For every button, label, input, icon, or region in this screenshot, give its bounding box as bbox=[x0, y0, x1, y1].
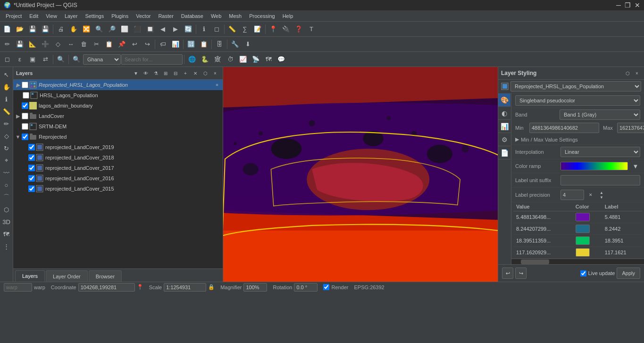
layer-visibility-checkbox[interactable] bbox=[22, 82, 28, 88]
color-swatch[interactable] bbox=[576, 236, 590, 245]
layer-item[interactable]: ▶ LandCover bbox=[13, 111, 223, 121]
zoom-back-button[interactable]: ◀ bbox=[157, 23, 169, 35]
layer-options-button[interactable]: ≡ bbox=[213, 81, 221, 89]
layer-item[interactable]: reprojected_LandCover_2019 bbox=[13, 142, 223, 152]
menu-raster[interactable]: Raster bbox=[154, 12, 177, 20]
layer-item[interactable]: reprojected_LandCover_2016 bbox=[13, 173, 223, 184]
advanced-tool-icon[interactable]: ⬡ bbox=[1, 204, 12, 215]
precision-down-button[interactable]: ▼ bbox=[598, 195, 605, 200]
digitize-button[interactable]: 📐 bbox=[26, 38, 39, 50]
layer-expand-icon[interactable]: ▼ bbox=[15, 134, 21, 140]
vertex-tool-button[interactable]: ◇ bbox=[52, 38, 64, 50]
gpx-button[interactable]: 📡 bbox=[250, 53, 262, 66]
edit-toggle-button[interactable]: ✏ bbox=[1, 38, 13, 50]
layer-visibility-checkbox[interactable] bbox=[22, 113, 28, 119]
redo-button[interactable]: ↪ bbox=[141, 38, 153, 50]
delete-selected-button[interactable]: 🗑 bbox=[77, 38, 90, 50]
help-button[interactable]: ❓ bbox=[293, 23, 305, 35]
split-tool-icon[interactable]: ⌖ bbox=[1, 155, 12, 166]
layer-visibility-checkbox[interactable] bbox=[28, 175, 35, 182]
temporal-button[interactable]: ⏱ bbox=[224, 53, 236, 66]
color-swatch[interactable] bbox=[576, 213, 590, 221]
layer-visibility-checkbox[interactable] bbox=[28, 154, 35, 161]
menu-mesh[interactable]: Mesh bbox=[225, 12, 245, 20]
zoom-out-button[interactable]: 🔎 bbox=[106, 23, 118, 35]
pan-button[interactable]: ✋ bbox=[67, 23, 80, 35]
redo-style-button[interactable]: ↪ bbox=[515, 268, 527, 279]
layer-visibility-checkbox[interactable] bbox=[23, 92, 29, 99]
magnifier-input[interactable] bbox=[243, 283, 267, 292]
status-warp-input[interactable] bbox=[4, 283, 32, 292]
renderer-icon[interactable]: 🎨 bbox=[498, 93, 510, 107]
save-edits-button[interactable]: 💾 bbox=[14, 38, 26, 50]
precision-clear-button[interactable]: ✕ bbox=[587, 190, 594, 200]
open-project-button[interactable]: 📂 bbox=[14, 23, 26, 35]
move-feature-button[interactable]: ↔ bbox=[65, 38, 77, 50]
menu-layer[interactable]: Layer bbox=[61, 12, 82, 20]
search-input[interactable] bbox=[121, 54, 183, 65]
open-layer-style-button[interactable]: ▼ bbox=[131, 68, 141, 78]
zoom-fwd-button[interactable]: ▶ bbox=[169, 23, 182, 35]
menu-view[interactable]: View bbox=[42, 12, 61, 20]
rendering-icon[interactable]: ⚙ bbox=[498, 133, 510, 146]
deselect-button[interactable]: ◻ bbox=[1, 53, 13, 66]
layer-visibility-checkbox[interactable] bbox=[28, 165, 35, 171]
renderer-selector[interactable]: Singleband pseudocolor bbox=[515, 95, 640, 106]
color-ramp-preview[interactable] bbox=[560, 162, 628, 170]
cut-feature-button[interactable]: ✂ bbox=[90, 38, 102, 50]
invert-sel-button[interactable]: ⇄ bbox=[39, 53, 51, 66]
install-plugins-button[interactable]: ⬇ bbox=[242, 38, 254, 50]
zoom-extent-button[interactable]: ⬜ bbox=[118, 23, 131, 35]
identify-button[interactable]: ℹ bbox=[198, 23, 210, 35]
minmax-settings-header[interactable]: ▶ Min / Max Value Settings bbox=[511, 134, 644, 145]
map-tips-button[interactable]: 💬 bbox=[275, 53, 287, 66]
interpolation-selector[interactable]: Linear bbox=[560, 147, 640, 157]
menu-edit[interactable]: Edit bbox=[25, 12, 42, 20]
layer-item[interactable]: reprojected_LandCover_2017 bbox=[13, 163, 223, 173]
color-swatch[interactable] bbox=[576, 248, 590, 257]
location-selector[interactable]: Ghana bbox=[83, 54, 121, 65]
select-tool-icon[interactable]: ↖ bbox=[1, 69, 12, 80]
rotation-tool-icon[interactable]: ↻ bbox=[1, 142, 12, 154]
undo-style-button[interactable]: ↩ bbox=[502, 268, 513, 279]
color-swatch[interactable] bbox=[576, 225, 590, 233]
layer-visibility-checkbox[interactable] bbox=[22, 102, 28, 109]
layer-visibility-checkbox[interactable] bbox=[28, 185, 35, 192]
layer-expand-icon[interactable]: ▶ bbox=[15, 82, 21, 88]
zoom-layer-button[interactable]: ⬛ bbox=[131, 23, 143, 35]
layer-notes-button[interactable]: 📝 bbox=[251, 23, 264, 35]
color-ramp-dropdown[interactable]: ▼ bbox=[631, 161, 640, 171]
undo-button[interactable]: ↩ bbox=[128, 38, 141, 50]
zoom-sel-button[interactable]: 🔍 bbox=[55, 53, 67, 66]
field-calc-button[interactable]: 🔢 bbox=[185, 38, 197, 50]
color-entry-color[interactable] bbox=[573, 235, 602, 247]
collapse-all-button[interactable]: ⊟ bbox=[171, 68, 180, 78]
layer-visibility-button[interactable]: 👁 bbox=[141, 68, 151, 78]
apply-button[interactable]: Apply bbox=[617, 268, 640, 279]
close-panel-button[interactable]: × bbox=[210, 68, 220, 78]
zoom-selection-button[interactable]: 🔲 bbox=[144, 23, 156, 35]
elevation-button[interactable]: 📈 bbox=[237, 53, 249, 66]
new-project-button[interactable]: 📄 bbox=[1, 23, 13, 35]
layer-item[interactable]: ▼ Reprojected bbox=[13, 132, 223, 142]
remove-layer-button[interactable]: ✕ bbox=[191, 68, 200, 78]
max-input[interactable] bbox=[617, 123, 644, 133]
save-as-button[interactable]: 💾 bbox=[39, 23, 51, 35]
coordinate-input[interactable] bbox=[78, 283, 135, 292]
diagram-button[interactable]: 📊 bbox=[169, 38, 182, 50]
menu-settings[interactable]: Settings bbox=[81, 12, 108, 20]
circle-tool-icon[interactable]: ○ bbox=[1, 179, 12, 191]
print-layout-button[interactable]: 🖨 bbox=[55, 23, 67, 35]
color-entry-color[interactable] bbox=[573, 247, 602, 259]
save-project-button[interactable]: 💾 bbox=[26, 23, 39, 35]
measure-button[interactable]: 📏 bbox=[226, 23, 238, 35]
refresh-button[interactable]: 🔄 bbox=[182, 23, 194, 35]
layer-item[interactable]: HRSL_Lagos_Population bbox=[13, 90, 223, 100]
label-precision-input[interactable] bbox=[560, 190, 584, 200]
styling-close-button[interactable]: × bbox=[633, 69, 641, 77]
select-feature-button[interactable]: ◻ bbox=[210, 23, 223, 35]
label-unit-input[interactable] bbox=[560, 175, 640, 185]
attribute-table-button[interactable]: 📋 bbox=[198, 38, 210, 50]
3d-view-icon[interactable]: 3D bbox=[1, 216, 12, 227]
transparency-icon[interactable]: ◐ bbox=[498, 107, 510, 120]
